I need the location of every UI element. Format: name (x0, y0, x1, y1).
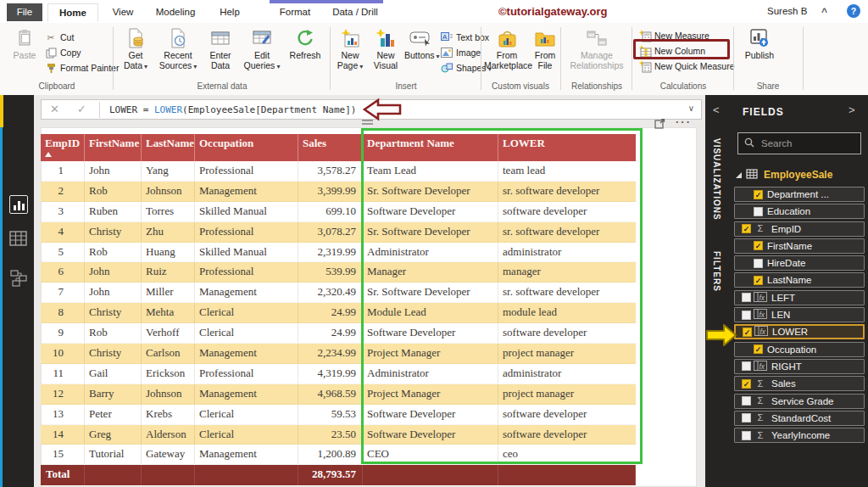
field-item-department[interactable]: ✓Department ... (734, 187, 865, 202)
model-view-icon[interactable] (10, 270, 27, 288)
publish-button[interactable]: Publish (742, 26, 777, 79)
field-item-lower[interactable]: ✓fxLOWER (734, 324, 865, 339)
field-item-yearlyincome[interactable]: ΣYearlyIncome (734, 428, 865, 443)
refresh-icon (284, 26, 326, 50)
checkbox-unchecked[interactable] (754, 207, 763, 216)
formula-cancel-icon[interactable]: ✕ (50, 103, 59, 115)
field-item-education[interactable]: Education (734, 204, 865, 219)
checkbox-unchecked[interactable] (742, 293, 751, 302)
report-view-icon[interactable] (9, 195, 28, 214)
table-cell: Christy (85, 303, 142, 322)
focus-mode-icon[interactable] (654, 118, 665, 131)
expand-table-icon[interactable] (736, 172, 742, 178)
data-view-icon[interactable] (9, 231, 27, 248)
field-item-sales[interactable]: ✓ΣSales (734, 376, 865, 391)
enter-data-button[interactable]: Enter Data (201, 26, 240, 79)
recent-sources-button[interactable]: Recent Sources (157, 26, 199, 79)
field-item-standardcost[interactable]: ΣStandardCost (734, 411, 865, 426)
buttons-icon (404, 26, 437, 50)
field-item-service-grade[interactable]: ΣService Grade (734, 394, 865, 409)
annotation-arrow-lower-field (706, 322, 738, 348)
filters-pane-tab[interactable]: FILTERS (712, 251, 721, 292)
table-cell: Johnson (142, 384, 195, 404)
formula-commit-icon[interactable]: ✓ (77, 103, 86, 115)
format-painter-button[interactable]: Format Painter (44, 61, 119, 75)
fields-table-item[interactable]: EmployeeSale (736, 169, 832, 181)
help-icon[interactable]: ? (847, 4, 860, 18)
field-item-hiredate[interactable]: HireDate (734, 255, 865, 271)
copy-button[interactable]: Copy (44, 46, 81, 59)
svg-text:fx: fx (760, 361, 765, 370)
tab-modeling[interactable]: Modeling (147, 3, 203, 21)
tab-view[interactable]: View (103, 3, 142, 21)
column-header[interactable]: LastName (142, 134, 195, 161)
field-item-firstname[interactable]: ✓FirstName (734, 238, 865, 254)
collapse-ribbon-icon[interactable]: ^ (821, 6, 827, 18)
paste-button[interactable]: Paste (8, 26, 41, 79)
group-label-external-data: External data (114, 81, 330, 91)
field-item-occupation[interactable]: ✓Occupation (734, 342, 865, 357)
field-item-left[interactable]: fxLEFT (734, 290, 865, 305)
checkbox-unchecked[interactable] (742, 361, 751, 371)
total-label: Total (41, 465, 85, 485)
table-cell: Ruiz (142, 262, 195, 282)
buttons-button[interactable]: Buttons (404, 26, 437, 79)
more-options-icon[interactable]: ··· (676, 115, 692, 128)
sigma-icon: Σ (754, 431, 767, 440)
checkbox-unchecked[interactable] (742, 413, 751, 423)
checkbox-unchecked[interactable] (742, 311, 751, 320)
cut-button[interactable]: ✂ Cut (44, 31, 74, 44)
column-header[interactable]: EmpID (41, 134, 85, 161)
tab-format[interactable]: Format (271, 3, 319, 21)
manage-relationships-button[interactable]: Manage Relationships (565, 26, 628, 79)
field-label: StandardCost (771, 413, 831, 423)
checkbox-checked[interactable]: ✓ (743, 327, 752, 337)
checkbox-unchecked[interactable] (754, 259, 763, 268)
sigma-icon: Σ (754, 224, 767, 233)
checkbox-checked[interactable]: ✓ (754, 344, 763, 354)
checkbox-checked[interactable]: ✓ (754, 241, 763, 250)
from-marketplace-button[interactable]: From Marketplace (484, 26, 530, 79)
collapse-panel-icon[interactable]: < (713, 104, 720, 116)
watermark-text: ©tutorialgateway.org (498, 5, 608, 18)
column-header[interactable]: FirstName (85, 134, 142, 161)
visualizations-pane-tab[interactable]: VISUALIZATIONS (712, 138, 721, 221)
tab-home[interactable]: Home (47, 3, 98, 22)
formula-expand-icon[interactable]: ∨ (688, 104, 694, 113)
column-header[interactable]: Sales (298, 134, 363, 161)
tab-data-drill[interactable]: Data / Drill (324, 3, 387, 21)
checkbox-checked[interactable]: ✓ (742, 379, 751, 389)
text-box-button[interactable]: A Text box (440, 31, 489, 44)
group-label-clipboard: Clipboard (5, 81, 108, 91)
formula-text[interactable]: LOWER = LOWER(EmployeeSale[Department Na… (109, 104, 356, 115)
new-page-button[interactable]: New Page (333, 26, 367, 79)
field-item-right[interactable]: fxRIGHT (734, 359, 865, 374)
search-input[interactable] (760, 137, 856, 149)
field-item-len[interactable]: fxLEN (734, 307, 865, 322)
checkbox-checked[interactable]: ✓ (742, 224, 751, 233)
column-header[interactable]: Occupation (195, 134, 298, 161)
tab-help[interactable]: Help (212, 3, 248, 21)
tab-file[interactable]: File (7, 3, 42, 21)
get-data-button[interactable]: Get Data (116, 26, 155, 79)
checkbox-unchecked[interactable] (742, 431, 751, 440)
checkbox-unchecked[interactable] (742, 396, 751, 406)
total-empty-cell (363, 465, 498, 485)
new-quick-measure-button[interactable]: New Quick Measure (638, 59, 735, 73)
expand-panel-icon[interactable]: > (849, 104, 855, 116)
group-label-relationships: Relationships (562, 81, 632, 91)
field-item-empid[interactable]: ✓ΣEmpID (734, 221, 865, 237)
search-icon (744, 137, 754, 149)
edit-queries-icon (242, 26, 282, 50)
field-item-lastname[interactable]: ✓LastName (734, 272, 865, 288)
checkbox-checked[interactable]: ✓ (754, 276, 763, 285)
fields-search-box[interactable] (737, 132, 861, 154)
checkbox-checked[interactable]: ✓ (754, 190, 763, 199)
from-file-button[interactable]: From File (531, 26, 559, 79)
total-sales-value: 28,793.57 (298, 465, 363, 485)
new-visual-button[interactable]: New Visual (369, 26, 403, 79)
edit-queries-button[interactable]: Edit Queries (242, 26, 282, 79)
image-button[interactable]: Image (440, 46, 481, 59)
table-icon (746, 169, 758, 181)
refresh-button[interactable]: Refresh (284, 26, 326, 79)
